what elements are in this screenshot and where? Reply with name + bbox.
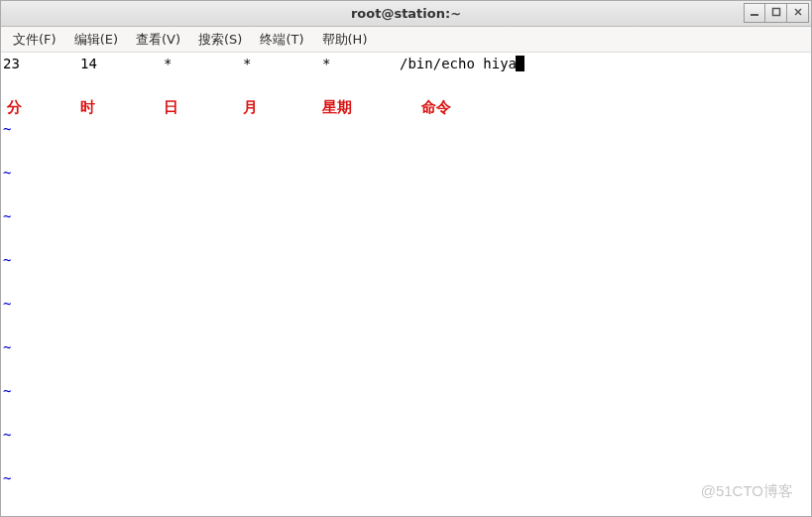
menu-help[interactable]: 帮助(H) — [314, 28, 376, 52]
cron-hour: 14 — [80, 53, 164, 74]
terminal-viewport[interactable]: 23 14 * * * /bin/echo hiya 分 时 日 月 星期 命令… — [1, 53, 811, 516]
blank-line — [3, 315, 811, 336]
anno-minute: 分 — [3, 96, 80, 118]
tilde-line: ~ — [3, 118, 811, 140]
blank-line — [3, 402, 811, 424]
annotation-row: 分 时 日 月 星期 命令 — [3, 96, 811, 118]
svg-rect-1 — [772, 8, 779, 15]
cron-month: * — [243, 53, 322, 74]
tilde-line: ~ — [3, 249, 811, 271]
blank-line — [3, 271, 811, 293]
tilde-line: ~ — [3, 293, 811, 315]
menu-search[interactable]: 搜索(S) — [190, 28, 250, 52]
window-controls — [744, 3, 809, 23]
anno-command: 命令 — [421, 96, 451, 118]
cron-minute: 23 — [3, 53, 80, 74]
blank-line — [3, 184, 811, 205]
blank-line — [3, 140, 811, 162]
menubar: 文件(F) 编辑(E) 查看(V) 搜索(S) 终端(T) 帮助(H) — [1, 27, 811, 53]
cron-entry-line: 23 14 * * * /bin/echo hiya — [3, 53, 811, 74]
maximize-icon — [771, 7, 781, 20]
anno-month: 月 — [243, 96, 322, 118]
figure-label-line: ~ 图7-2 — [3, 489, 811, 511]
anno-day: 日 — [164, 96, 243, 118]
blank-line — [3, 358, 811, 380]
menu-view[interactable]: 查看(V) — [128, 28, 188, 52]
minimize-icon — [750, 7, 759, 20]
tilde-line: ~ — [3, 162, 811, 184]
minimize-button[interactable] — [744, 3, 765, 23]
blank-line — [3, 446, 811, 467]
cron-day-of-month: * — [164, 53, 243, 74]
tilde-line: ~ — [3, 380, 811, 402]
cron-command: /bin/echo hiya — [400, 53, 517, 74]
menu-terminal[interactable]: 终端(T) — [252, 28, 311, 52]
blank-line — [3, 227, 811, 249]
blank-line — [3, 74, 811, 96]
vim-status-line: -- INSERT -- — [3, 511, 811, 516]
window-title: root@station:~ — [1, 6, 811, 21]
tilde-line: ~ — [3, 205, 811, 227]
close-button[interactable] — [787, 3, 809, 23]
close-icon — [793, 7, 803, 20]
menu-file[interactable]: 文件(F) — [5, 28, 64, 52]
tilde-line: ~ — [3, 424, 811, 446]
maximize-button[interactable] — [765, 3, 787, 23]
anno-weekday: 星期 — [322, 96, 421, 118]
tilde-line: ~ — [3, 336, 811, 358]
terminal-window: root@station:~ 文件(F) 编辑(E) 查看(V) 搜索(S) — [0, 0, 812, 517]
cron-day-of-week: * — [322, 53, 400, 74]
titlebar: root@station:~ — [1, 1, 811, 27]
tilde-line: ~ — [3, 467, 811, 489]
text-cursor — [516, 56, 524, 71]
anno-hour: 时 — [80, 96, 164, 118]
menu-edit[interactable]: 编辑(E) — [66, 28, 126, 52]
